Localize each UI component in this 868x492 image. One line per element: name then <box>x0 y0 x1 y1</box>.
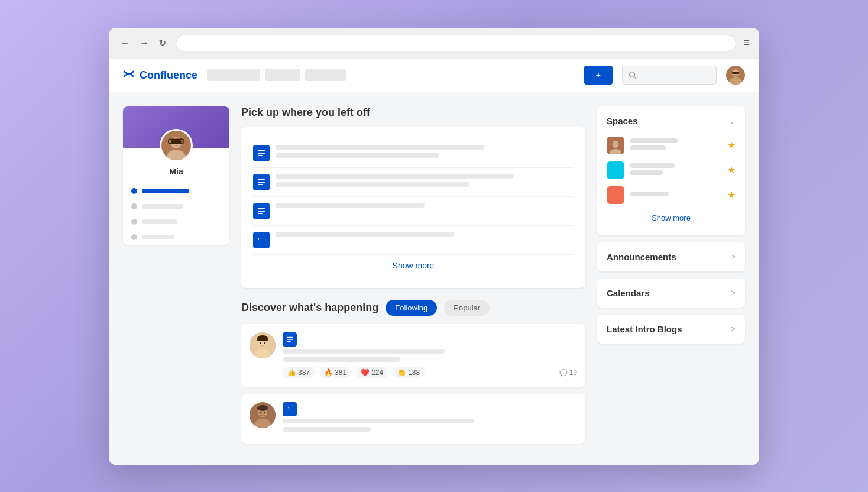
post-1-line-1 <box>283 349 445 354</box>
comment-icon <box>559 368 568 377</box>
svg-point-45 <box>613 141 619 148</box>
profile-bar-active <box>142 189 189 193</box>
popular-tab[interactable]: Popular <box>444 300 490 316</box>
profile-avatar-wrap <box>123 129 229 162</box>
post-1-reactions: 👍 387 🔥 381 ❤️ 224 👏 <box>283 367 577 378</box>
svg-point-42 <box>257 405 268 411</box>
forward-button[interactable]: → <box>137 37 151 50</box>
fire-count: 381 <box>335 368 346 377</box>
space-3-line-1 <box>630 192 669 196</box>
nav-pill-1[interactable] <box>207 69 260 81</box>
latest-intro-blogs-chevron-icon: > <box>731 324 736 334</box>
spaces-chevron-icon: ⌄ <box>728 116 736 125</box>
space-1-text <box>630 138 721 153</box>
text-line-2b <box>276 182 469 187</box>
back-button[interactable]: ← <box>118 37 132 50</box>
post-1-line-2 <box>283 357 400 362</box>
announcements-chevron-icon: > <box>731 252 736 261</box>
profile-text-line-3 <box>142 235 174 239</box>
space-item-1[interactable]: ★ <box>607 133 736 158</box>
text-lines-3 <box>276 203 574 211</box>
text-line-1a <box>276 145 484 150</box>
profile-menu-item-3[interactable] <box>123 214 229 229</box>
browser-chrome: ← → ↻ ≡ <box>109 28 759 59</box>
svg-rect-20 <box>258 182 265 183</box>
calendars-chevron-icon: > <box>731 288 736 297</box>
browser-menu-icon[interactable]: ≡ <box>743 37 750 49</box>
svg-point-7 <box>734 73 735 74</box>
recent-item-2 <box>253 168 574 197</box>
calendars-card[interactable]: Calendars > <box>597 279 745 308</box>
text-lines-4 <box>276 232 574 240</box>
discover-header: Discover what's happening Following Popu… <box>241 300 585 316</box>
nav-pill-2[interactable] <box>265 69 300 81</box>
space-item-2[interactable]: ★ <box>607 158 736 183</box>
svg-rect-18 <box>258 155 263 156</box>
profile-menu-item-1[interactable] <box>123 183 229 199</box>
space-item-3[interactable]: ★ <box>607 183 736 208</box>
text-line-4a <box>276 232 454 237</box>
announcements-card[interactable]: Announcements > <box>597 242 745 271</box>
url-bar[interactable] <box>176 35 736 51</box>
reaction-thumbsup[interactable]: 👍 387 <box>283 367 315 378</box>
space-2-text <box>630 163 721 177</box>
svg-point-41 <box>264 412 265 413</box>
search-bar[interactable] <box>622 66 717 85</box>
create-plus-icon: + <box>596 70 601 80</box>
spaces-show-more-button[interactable]: Show more <box>607 210 736 226</box>
user-avatar-header[interactable] <box>726 66 745 85</box>
space-1-line-2 <box>630 145 666 150</box>
thumbsup-count: 387 <box>298 368 310 377</box>
post-2-line-2 <box>283 427 371 432</box>
right-sidebar: Spaces ⌄ <box>597 106 745 451</box>
nav-pill-3[interactable] <box>305 69 346 81</box>
svg-rect-24 <box>258 213 263 214</box>
space-3-star-icon[interactable]: ★ <box>727 189 736 200</box>
profile-menu-item-4[interactable] <box>123 229 229 245</box>
svg-point-30 <box>264 342 265 343</box>
calendars-title: Calendars <box>607 288 650 298</box>
post-1-content: 👍 387 🔥 381 ❤️ 224 👏 <box>283 332 577 378</box>
refresh-button[interactable]: ↻ <box>156 36 169 50</box>
fire-emoji: 🔥 <box>324 368 333 377</box>
spaces-card: Spaces ⌄ <box>597 106 745 235</box>
main-content: Mia Pick up where you left off <box>109 92 759 465</box>
clap-emoji: 👏 <box>397 368 406 377</box>
create-button[interactable]: + <box>584 66 613 85</box>
recent-item-4: " <box>253 226 574 255</box>
space-1-star-icon[interactable]: ★ <box>727 140 736 151</box>
announcements-title: Announcements <box>607 252 676 262</box>
space-icon-1 <box>607 137 624 154</box>
latest-intro-blogs-title: Latest Intro Blogs <box>607 324 682 334</box>
svg-rect-19 <box>258 179 265 180</box>
following-tab[interactable]: Following <box>386 300 437 316</box>
discover-section-title: Discover what's happening <box>241 302 378 314</box>
reaction-fire[interactable]: 🔥 381 <box>319 367 351 378</box>
app-header: Confluence + <box>109 59 759 92</box>
text-line-1b <box>276 153 439 158</box>
space-2-line-2 <box>630 170 663 175</box>
svg-point-48 <box>617 143 618 144</box>
recent-item-3 <box>253 197 574 226</box>
svg-rect-6 <box>732 72 739 74</box>
doc-icon-3 <box>253 203 270 219</box>
reaction-heart[interactable]: ❤️ 224 <box>356 367 388 378</box>
comment-badge-1[interactable]: 19 <box>559 368 577 377</box>
profile-menu-item-2[interactable] <box>123 199 229 214</box>
space-2-star-icon[interactable]: ★ <box>727 164 736 176</box>
doc-icon-4: " <box>253 232 270 248</box>
profile-avatar[interactable] <box>160 129 193 162</box>
space-1-line-1 <box>630 138 678 143</box>
svg-point-29 <box>260 342 261 343</box>
recent-card: " Show more <box>241 127 585 288</box>
space-icon-3 <box>607 186 624 204</box>
post-1-avatar <box>250 332 276 358</box>
post-2-content: " <box>283 402 577 435</box>
logo-link[interactable]: Confluence <box>123 68 197 83</box>
reaction-clap[interactable]: 👏 188 <box>393 367 425 378</box>
latest-intro-blogs-card[interactable]: Latest Intro Blogs > <box>597 315 745 344</box>
svg-text:": " <box>287 406 289 412</box>
text-lines-1 <box>276 145 574 161</box>
svg-rect-22 <box>258 208 265 209</box>
show-more-recent-button[interactable]: Show more <box>253 255 574 276</box>
